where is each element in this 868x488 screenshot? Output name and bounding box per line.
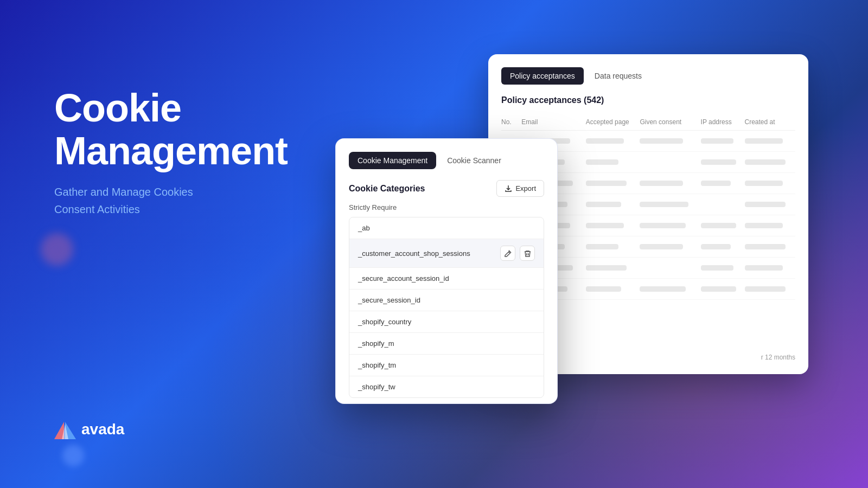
cookie-list: _ab _customer_account_shop_sessions _sec… [349, 217, 544, 398]
tab-policy-acceptances[interactable]: Policy acceptances [501, 67, 584, 85]
cookie-name: _shopify_tm [358, 361, 396, 369]
cookie-section-title: Cookie Categories [349, 184, 425, 194]
cookie-item[interactable]: _secure_session_id [349, 290, 544, 311]
decorative-circle-2 [62, 445, 84, 466]
cookie-item[interactable]: _shopify_tm [349, 355, 544, 376]
policy-tabs: Policy acceptances Data requests [501, 67, 795, 85]
edit-icon-button[interactable] [500, 246, 515, 261]
cookie-header-row: Cookie Categories Export [349, 180, 544, 197]
cookie-name: _ab [358, 224, 370, 232]
left-panel: Cookie Management Gather and Manage Cook… [54, 87, 288, 218]
col-accepted-page: Accepted page [586, 114, 640, 131]
cookie-item[interactable]: _shopify_country [349, 311, 544, 333]
cookie-item[interactable]: _ab [349, 217, 544, 239]
cookie-item[interactable]: _customer_account_shop_sessions [349, 239, 544, 268]
cookie-name: _shopify_country [358, 318, 411, 326]
col-ip-address: IP address [701, 114, 745, 131]
tab-cookie-management[interactable]: Cookie Management [349, 152, 436, 169]
cookie-management-card: Cookie Management Cookie Scanner Cookie … [335, 138, 558, 404]
col-given-consent: Given consent [640, 114, 700, 131]
subtitle: Gather and Manage Cookies Consent Activi… [54, 183, 288, 218]
delete-icon-button[interactable] [520, 246, 535, 261]
cookie-name: _secure_account_session_id [358, 274, 449, 282]
cookie-item[interactable]: _shopify_m [349, 333, 544, 355]
category-label: Strictly Require [349, 203, 544, 211]
avada-logo-icon [54, 420, 76, 439]
avada-logo-text: avada [81, 421, 124, 438]
decorative-circle-1 [41, 233, 73, 266]
cookie-name: _shopify_tw [358, 383, 395, 391]
main-title: Cookie Management [54, 87, 288, 172]
cookie-item[interactable]: _secure_account_session_id [349, 268, 544, 290]
avada-logo: avada [54, 420, 124, 439]
export-button[interactable]: Export [496, 180, 544, 197]
cookie-item[interactable]: _shopify_tw [349, 376, 544, 397]
cookie-name: _customer_account_shop_sessions [358, 249, 470, 258]
col-created-at: Created at [745, 114, 795, 131]
col-no: No. [501, 114, 521, 131]
cookie-name: _shopify_m [358, 339, 394, 348]
tab-data-requests[interactable]: Data requests [586, 67, 650, 85]
cookie-name: _secure_session_id [358, 296, 420, 304]
cookie-tabs: Cookie Management Cookie Scanner [349, 152, 544, 169]
policy-section-title: Policy acceptances (542) [501, 95, 795, 105]
cookie-actions [500, 246, 535, 261]
col-email: Email [521, 114, 585, 131]
export-icon [505, 185, 512, 192]
tab-cookie-scanner[interactable]: Cookie Scanner [438, 152, 510, 169]
policy-footer: r 12 months [761, 354, 795, 361]
